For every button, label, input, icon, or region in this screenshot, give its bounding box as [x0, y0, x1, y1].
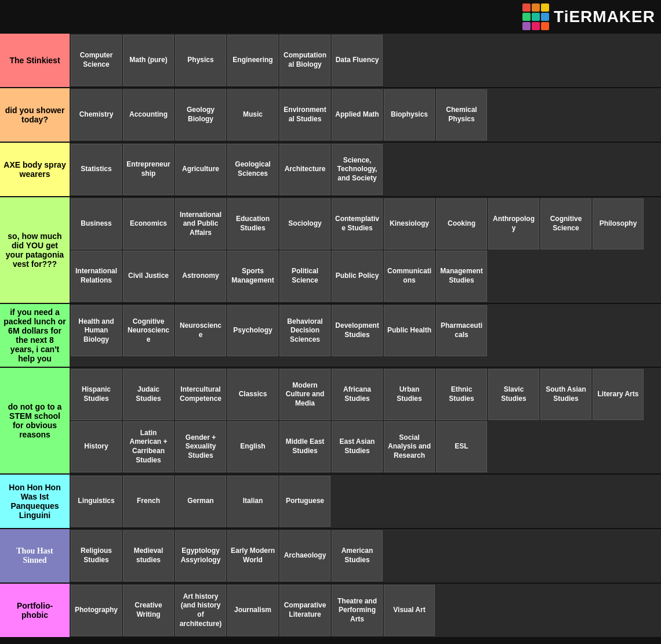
tier-item[interactable]: Comparative Literature: [279, 585, 330, 636]
tier-item[interactable]: Applied Math: [332, 89, 383, 140]
tier-item[interactable]: Science, Technology, and Society: [332, 144, 383, 195]
tier-row: PhotographyCreative WritingArt history (…: [71, 585, 660, 636]
tier-item[interactable]: Development Studies: [332, 305, 383, 356]
tier-item[interactable]: Political Science: [279, 251, 330, 302]
tier-item[interactable]: Latin American + Carribean Studies: [123, 421, 174, 472]
tier-item[interactable]: Computer Science: [71, 35, 122, 86]
tier-item[interactable]: Geological Sciences: [227, 144, 278, 195]
tier-items-section: ChemistryAccountingGeology BiologyMusicE…: [70, 88, 661, 142]
tier-item[interactable]: Hispanic Studies: [71, 369, 122, 420]
tier-item[interactable]: Linguistics: [71, 476, 122, 527]
header-row: TiERMAKER: [0, 0, 661, 34]
tier-item[interactable]: Italian: [227, 476, 278, 527]
tier-item[interactable]: Accounting: [123, 89, 174, 140]
tier-row: HistoryLatin American + Carribean Studie…: [71, 421, 660, 472]
tier-item[interactable]: Astronomy: [175, 251, 226, 302]
tier-item[interactable]: German: [175, 476, 226, 527]
tier-item[interactable]: Egyptology Assyriology: [175, 530, 226, 581]
tier-item[interactable]: Health and Human Biology: [71, 305, 122, 356]
tier-item[interactable]: English: [227, 421, 278, 472]
logo-grid-cell: [532, 3, 540, 12]
tier-item[interactable]: Gender + Sexuality Studies: [175, 421, 226, 472]
tier-item[interactable]: Music: [227, 89, 278, 140]
tier-item[interactable]: Archaeology: [279, 530, 330, 581]
tier-item[interactable]: Early Modern World: [227, 530, 278, 581]
tier-items-section: Hispanic StudiesJudaic StudiesIntercultu…: [70, 368, 661, 473]
tier-row: LinguisticsFrenchGermanItalianPortuguese: [71, 476, 660, 527]
tier-item[interactable]: Intercultural Competence: [175, 369, 226, 420]
tier-item[interactable]: Contemplative Studies: [332, 198, 383, 249]
tier-item[interactable]: Sociology: [279, 198, 330, 249]
tier-item[interactable]: Behavioral Decision Sciences: [279, 305, 330, 356]
tier-item[interactable]: Journalism: [227, 585, 278, 636]
tier-item[interactable]: Philosophy: [593, 198, 644, 249]
tier-item[interactable]: Visual Art: [384, 585, 435, 636]
tier-item[interactable]: Education Studies: [227, 198, 278, 249]
tier-item[interactable]: Sports Management: [227, 251, 278, 302]
tier-item[interactable]: Math (pure): [123, 35, 174, 86]
tier-item[interactable]: Pharmaceuticals: [436, 305, 487, 356]
tier-item[interactable]: Cognitive Science: [540, 198, 591, 249]
tier-item[interactable]: Anthropology: [488, 198, 539, 249]
tier-item[interactable]: History: [71, 421, 122, 472]
logo-grid-cell: [522, 13, 531, 21]
tier-item[interactable]: Medieval studies: [123, 530, 174, 581]
tier-item[interactable]: French: [123, 476, 174, 527]
tier-items-section: BusinessEconomicsInternational and Publi…: [70, 197, 661, 303]
tier-item[interactable]: Classics: [227, 369, 278, 420]
tier-item[interactable]: Data Fluency: [332, 35, 383, 86]
tier-group: Thou Hast SinnedReligious StudiesMedieva…: [0, 529, 661, 584]
tier-item[interactable]: Computational Biology: [279, 35, 330, 86]
tier-item[interactable]: Cooking: [436, 198, 487, 249]
tier-item[interactable]: International and Public Affairs: [175, 198, 226, 249]
tier-item[interactable]: Kinesiology: [384, 198, 435, 249]
tier-item[interactable]: Portuguese: [279, 476, 330, 527]
tier-item[interactable]: Slavic Studies: [488, 369, 539, 420]
tier-item[interactable]: Entrepreneurship: [123, 144, 174, 195]
tier-item[interactable]: Management Studies: [436, 251, 487, 302]
tier-item[interactable]: Middle East Studies: [279, 421, 330, 472]
tier-item[interactable]: Civil Justice: [123, 251, 174, 302]
tier-item[interactable]: Physics: [175, 35, 226, 86]
tier-item[interactable]: Urban Studies: [384, 369, 435, 420]
tier-item[interactable]: East Asian Studies: [332, 421, 383, 472]
tier-item[interactable]: Social Analysis and Research: [384, 421, 435, 472]
tier-item[interactable]: Engineering: [227, 35, 278, 86]
tier-group: AXE body spray wearersStatisticsEntrepre…: [0, 143, 661, 197]
tier-item[interactable]: Communications: [384, 251, 435, 302]
tier-item[interactable]: Environmental Studies: [279, 89, 330, 140]
logo-grid-cell: [541, 3, 549, 12]
tier-item[interactable]: Agriculture: [175, 144, 226, 195]
tier-item[interactable]: American Studies: [332, 530, 383, 581]
tier-group: if you need a packed lunch or 6M dollars…: [0, 304, 661, 368]
tier-item[interactable]: Psychology: [227, 305, 278, 356]
tier-item[interactable]: South Asian Studies: [540, 369, 591, 420]
tier-item[interactable]: Geology Biology: [175, 89, 226, 140]
tier-item[interactable]: Architecture: [279, 144, 330, 195]
tier-item[interactable]: Chemical Physics: [436, 89, 487, 140]
tier-item[interactable]: Statistics: [71, 144, 122, 195]
tier-item[interactable]: Cognitive Neuroscience: [123, 305, 174, 356]
tier-item[interactable]: Business: [71, 198, 122, 249]
tier-item[interactable]: Theatre and Performing Arts: [332, 585, 383, 636]
tier-item[interactable]: Art history (and history of architecture…: [175, 585, 226, 636]
tiermaker-logo: TiERMAKER: [522, 3, 655, 30]
logo-grid-cell: [541, 22, 549, 30]
tier-item[interactable]: ESL: [436, 421, 487, 472]
tier-item[interactable]: Africana Studies: [332, 369, 383, 420]
tier-item[interactable]: Neuroscience: [175, 305, 226, 356]
tier-item[interactable]: Creative Writing: [123, 585, 174, 636]
tier-item[interactable]: Literary Arts: [593, 369, 644, 420]
tier-item[interactable]: Public Health: [384, 305, 435, 356]
tier-item[interactable]: Biophysics: [384, 89, 435, 140]
tier-item[interactable]: Public Policy: [332, 251, 383, 302]
tier-item[interactable]: Religious Studies: [71, 530, 122, 581]
tier-item[interactable]: Chemistry: [71, 89, 122, 140]
tier-group: do not go to a STEM school for obvious r…: [0, 368, 661, 475]
tier-item[interactable]: International Relations: [71, 251, 122, 302]
tier-item[interactable]: Photography: [71, 585, 122, 636]
tier-item[interactable]: Modern Culture and Media: [279, 369, 330, 420]
tier-item[interactable]: Ethnic Studies: [436, 369, 487, 420]
tier-item[interactable]: Economics: [123, 198, 174, 249]
tier-item[interactable]: Judaic Studies: [123, 369, 174, 420]
